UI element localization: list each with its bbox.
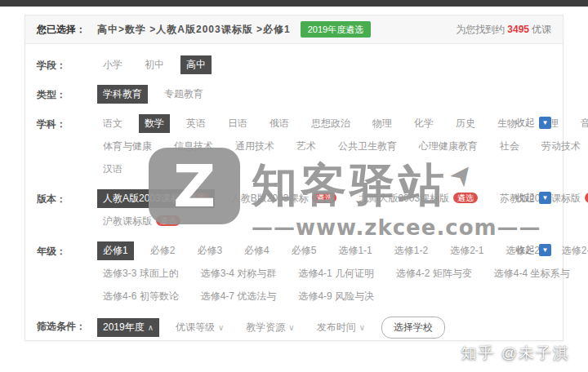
filter-option[interactable]: 历史 <box>450 114 481 133</box>
filter-option[interactable]: 人教B版2003课标遴选 <box>225 189 343 208</box>
filter-option[interactable]: 语文 <box>97 114 128 133</box>
filter-row-5: 筛选条件：2019年度∧优课等级∨教学资源∨发布时间∨选择学校 <box>25 310 563 343</box>
filter-option[interactable]: 选修3-4 对称与群 <box>195 264 283 283</box>
filter-option-line: 沪教课标版遴选 <box>97 212 588 231</box>
filter-row-label: 类型： <box>37 85 97 108</box>
filter-option[interactable]: 汉语 <box>97 160 128 179</box>
filter-option[interactable]: 必修3 <box>191 241 228 260</box>
filter-option[interactable]: 信息技术 <box>168 137 219 156</box>
select-school-button[interactable]: 选择学校 <box>381 317 445 339</box>
filter-option[interactable]: 必修1 <box>97 241 134 260</box>
filter-option[interactable]: 必修4 <box>238 241 275 260</box>
filter-option[interactable]: 选修4-7 优选法与 <box>195 287 283 306</box>
filter-option[interactable]: 初中 <box>139 55 170 74</box>
filter-row-2: 学科：语文数学英语日语俄语思想政治物理化学历史生物地理音乐美术体育与健康信息技术… <box>25 108 563 183</box>
filter-option[interactable]: 选修3-3 球面上的 <box>97 264 185 283</box>
filter-option-line: 学科教育专题教育 <box>97 85 499 104</box>
filter-option[interactable]: 艺术 <box>291 137 322 156</box>
filter-option[interactable]: 英语 <box>180 114 212 133</box>
result-count-text: 为您找到约3495优课 <box>456 23 551 37</box>
filter-option[interactable]: 2019年度∧ <box>97 318 159 337</box>
filter-option[interactable]: 选修1-1 <box>332 241 377 260</box>
filter-option[interactable]: 学科教育 <box>97 85 148 104</box>
filter-option-line: 汉语 <box>97 160 588 179</box>
filter-row-options: 人教A版2003课标遴选人教B版2003课标遴选北师大版2003课标版遴选苏教版… <box>97 189 588 235</box>
filter-option[interactable]: 选修2-3 <box>556 241 588 260</box>
chevron-down-icon: ▼ <box>539 244 551 256</box>
filter-row-options: 学科教育专题教育 <box>97 85 551 108</box>
result-count: 3495 <box>507 24 529 35</box>
filter-row-options: 2019年度∧优课等级∨教学资源∨发布时间∨选择学校 <box>97 317 551 343</box>
caret-down-icon: ∨ <box>359 323 365 332</box>
filter-option-line: 选修3-3 球面上的选修3-4 对称与群选修4-1 几何证明选修4-2 矩阵与变… <box>97 264 588 283</box>
filter-option[interactable]: 沪教课标版遴选 <box>97 212 186 231</box>
filter-option[interactable]: 选修4-1 几何证明 <box>292 264 380 283</box>
filter-option[interactable]: 发布时间∨ <box>311 318 371 337</box>
filter-option[interactable]: 选修2-1 <box>444 241 489 260</box>
filter-row-4: 年级：必修1必修2必修3必修4必修5选修1-1选修1-2选修2-1选修2-2选修… <box>25 235 563 310</box>
filter-option[interactable]: 数学 <box>139 114 170 133</box>
filter-option[interactable]: 心理健康教育 <box>413 137 483 156</box>
selection-summary-row: 您已选择： 高中>数学 >人教A版2003课标版 >必修1 2019年度遴选 为… <box>25 16 563 44</box>
filter-option[interactable]: 化学 <box>408 114 439 133</box>
filter-option[interactable]: 物理 <box>367 114 398 133</box>
filter-option-line: 小学初中高中 <box>97 55 499 74</box>
filter-option-line: 人教A版2003课标遴选人教B版2003课标遴选北师大版2003课标版遴选苏教版… <box>97 189 588 208</box>
result-suffix: 优课 <box>532 24 551 35</box>
filter-row-label: 版本： <box>37 189 97 235</box>
filter-option[interactable]: 劳动技术 <box>536 137 586 156</box>
filter-option[interactable]: 必修5 <box>286 241 323 260</box>
filter-option[interactable]: 俄语 <box>264 114 295 133</box>
filter-option[interactable]: 选修4-9 风险与决 <box>292 287 380 306</box>
filter-row-options: 小学初中高中 <box>97 55 551 78</box>
selected-label: 您已选择： <box>37 23 86 37</box>
filter-option[interactable]: 日语 <box>222 114 253 133</box>
filter-option[interactable]: 选修4-4 坐标系与 <box>488 264 576 283</box>
filter-option[interactable]: 优课等级∨ <box>170 318 229 337</box>
collapse-label: 收起 <box>515 243 535 257</box>
filter-option[interactable]: 选修4-2 矩阵与变 <box>390 264 478 283</box>
filter-panel: 您已选择： 高中>数学 >人教A版2003课标版 >必修1 2019年度遴选 为… <box>24 15 564 341</box>
filter-option[interactable]: 公共卫生教育 <box>332 137 403 156</box>
filter-option-line: 体育与健康信息技术通用技术艺术公共卫生教育心理健康教育社会劳动技术科学综合实践 <box>97 137 588 156</box>
filter-option[interactable]: 教学资源∨ <box>240 318 300 337</box>
collapse-label: 收起 <box>515 116 535 130</box>
filter-row-options: 语文数学英语日语俄语思想政治物理化学历史生物地理音乐美术体育与健康信息技术通用技… <box>97 114 588 183</box>
filter-option[interactable]: 北师大版2003课标版遴选 <box>353 189 483 208</box>
chevron-down-icon: ▼ <box>539 117 551 129</box>
filter-option[interactable]: 必修2 <box>145 241 181 260</box>
filter-option-line: 必修1必修2必修3必修4必修5选修1-1选修1-2选修2-1选修2-2选修2-3… <box>97 241 588 260</box>
filter-option[interactable]: 通用技术 <box>229 137 280 156</box>
year-activity-tag[interactable]: 2019年度遴选 <box>301 21 371 38</box>
filter-row-0: 学段：小学初中高中 <box>25 49 563 78</box>
filter-option-line: 2019年度∧优课等级∨教学资源∨发布时间∨选择学校 <box>97 317 499 339</box>
collapse-button[interactable]: 收起▼ <box>515 191 551 205</box>
filter-row-label: 年级： <box>37 241 97 310</box>
filter-option[interactable]: 选修1-2 <box>389 241 434 260</box>
lin-xuan-badge: 遴选 <box>585 193 588 203</box>
filter-option-line: 选修4-6 初等数论选修4-7 优选法与选修4-9 风险与决 <box>97 287 588 306</box>
lin-xuan-badge: 遴选 <box>312 193 336 203</box>
filter-option[interactable]: 专题教育 <box>158 85 209 104</box>
breadcrumb: 高中>数学 >人教A版2003课标版 >必修1 <box>97 23 291 37</box>
top-bar <box>0 0 588 7</box>
collapse-button[interactable]: 收起▼ <box>515 116 551 130</box>
filter-option[interactable]: 体育与健康 <box>97 137 158 156</box>
caret-up-icon: ∧ <box>148 323 154 332</box>
filter-option[interactable]: 思想政治 <box>305 114 356 133</box>
filter-option[interactable]: 选修4-6 初等数论 <box>97 287 185 306</box>
collapse-button[interactable]: 收起▼ <box>515 243 551 257</box>
filter-row-label: 筛选条件： <box>37 317 97 343</box>
lin-xuan-badge: 遴选 <box>185 193 209 203</box>
filter-row-3: 版本：人教A版2003课标遴选人教B版2003课标遴选北师大版2003课标版遴选… <box>25 183 563 235</box>
filter-option[interactable]: 社会 <box>494 137 525 156</box>
chevron-down-icon: ▼ <box>539 192 551 204</box>
filter-option[interactable]: 高中 <box>180 55 212 74</box>
zhihu-credit: 知乎 @未子淇 <box>461 343 570 364</box>
filter-option[interactable]: 小学 <box>97 55 128 74</box>
lin-xuan-badge: 遴选 <box>156 215 180 226</box>
filter-row-label: 学科： <box>37 114 97 183</box>
filter-option[interactable]: 人教A版2003课标遴选 <box>97 189 215 208</box>
collapse-label: 收起 <box>515 191 535 205</box>
filter-option[interactable]: 音乐 <box>575 114 588 133</box>
